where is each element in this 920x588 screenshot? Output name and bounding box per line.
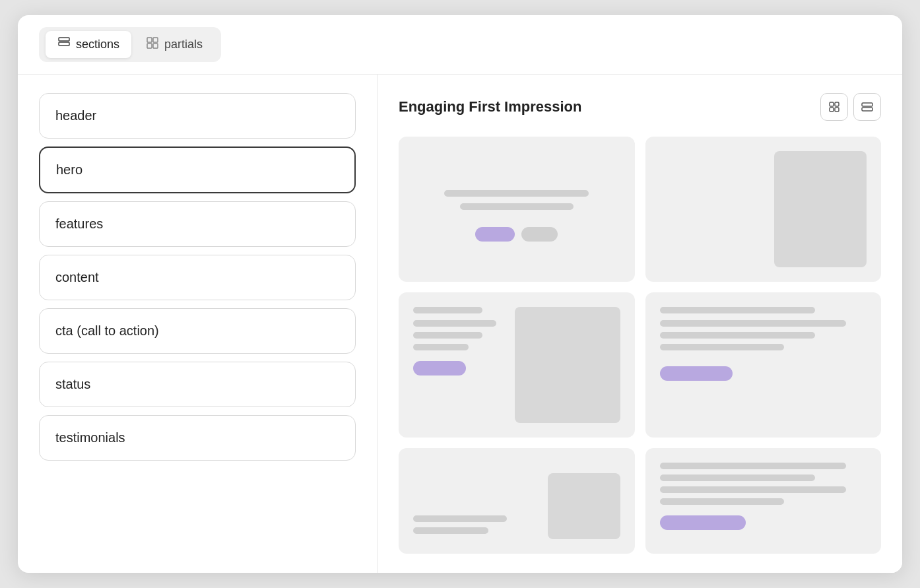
- card4-content: [660, 307, 867, 423]
- sidebar-item-hero[interactable]: hero: [39, 147, 356, 193]
- wf-line: [413, 320, 496, 327]
- wf-secondary-btn: [521, 227, 558, 242]
- svg-rect-0: [59, 38, 69, 41]
- content-title: Engaging First Impression: [399, 98, 581, 115]
- svg-rect-8: [830, 108, 834, 112]
- wf-btn-row: [660, 515, 867, 530]
- wf-cta-btn: [475, 227, 515, 242]
- card3-image: [515, 307, 620, 423]
- card2-image: [774, 151, 867, 267]
- wf-line: [660, 474, 815, 481]
- card3-content: [413, 307, 620, 423]
- view-toggle-group: [820, 93, 881, 121]
- wf-line: [413, 344, 469, 350]
- sections-icon: [57, 36, 71, 53]
- card1-content: [413, 151, 620, 267]
- wf-line: [660, 498, 784, 505]
- wf-line: [460, 203, 574, 210]
- card6-content: [660, 463, 867, 530]
- svg-rect-10: [862, 103, 872, 106]
- main-layout: header hero features content cta (call t…: [18, 75, 902, 573]
- wf-line: [660, 320, 846, 327]
- card5-text: [413, 463, 539, 539]
- sidebar-item-content[interactable]: content: [39, 255, 356, 300]
- sidebar-item-testimonials[interactable]: testimonials: [39, 415, 356, 461]
- card5-image: [548, 473, 620, 539]
- wf-line: [660, 332, 815, 339]
- svg-rect-5: [153, 44, 158, 48]
- svg-rect-7: [835, 102, 839, 106]
- wf-line: [413, 307, 482, 313]
- sidebar: header hero features content cta (call t…: [18, 75, 378, 573]
- wf-line: [660, 486, 846, 493]
- card5-content: [413, 463, 620, 539]
- template-card-1[interactable]: [399, 137, 635, 282]
- card2-text: [660, 151, 766, 267]
- svg-rect-3: [153, 38, 158, 42]
- app-window: sections partials header: [18, 15, 902, 573]
- card2-content: [660, 151, 867, 267]
- sidebar-item-status[interactable]: status: [39, 362, 356, 407]
- content-header: Engaging First Impression: [399, 93, 881, 121]
- wf-btn-row: [413, 361, 506, 376]
- list-view-button[interactable]: [853, 93, 881, 121]
- sidebar-item-features[interactable]: features: [39, 201, 356, 247]
- wf-cta-btn: [660, 366, 733, 381]
- wf-line: [413, 527, 488, 534]
- wf-btn-row: [475, 227, 558, 242]
- svg-rect-4: [147, 44, 152, 48]
- tab-partials-label: partials: [164, 38, 203, 51]
- svg-rect-11: [862, 108, 872, 111]
- wf-line: [413, 515, 507, 522]
- wf-btn-row: [660, 366, 867, 381]
- tab-partials[interactable]: partials: [134, 31, 214, 58]
- tab-sections-label: sections: [76, 38, 119, 51]
- wf-line: [660, 463, 846, 469]
- content-area: Engaging First Impression: [378, 75, 902, 573]
- svg-rect-6: [830, 102, 834, 106]
- wf-line: [413, 332, 482, 339]
- svg-rect-1: [59, 42, 69, 46]
- tab-group: sections partials: [39, 27, 221, 62]
- tab-sections[interactable]: sections: [46, 31, 131, 58]
- partials-icon: [146, 36, 159, 53]
- svg-rect-9: [835, 108, 839, 112]
- template-card-6[interactable]: [645, 448, 882, 554]
- template-card-3[interactable]: [399, 292, 635, 438]
- card3-text: [413, 307, 506, 423]
- wf-cta-btn: [413, 361, 466, 376]
- grid-view-button[interactable]: [820, 93, 848, 121]
- template-card-4[interactable]: [645, 292, 882, 438]
- template-card-5[interactable]: [399, 448, 635, 554]
- sidebar-item-header[interactable]: header: [39, 93, 356, 139]
- template-grid: [399, 137, 881, 554]
- wf-line: [660, 344, 784, 350]
- wf-line: [660, 307, 815, 313]
- wf-line: [444, 190, 589, 197]
- svg-rect-2: [147, 38, 152, 42]
- wf-cta-btn: [660, 515, 746, 530]
- top-bar: sections partials: [18, 15, 902, 75]
- template-card-2[interactable]: [645, 137, 882, 282]
- sidebar-item-cta[interactable]: cta (call to action): [39, 308, 356, 354]
